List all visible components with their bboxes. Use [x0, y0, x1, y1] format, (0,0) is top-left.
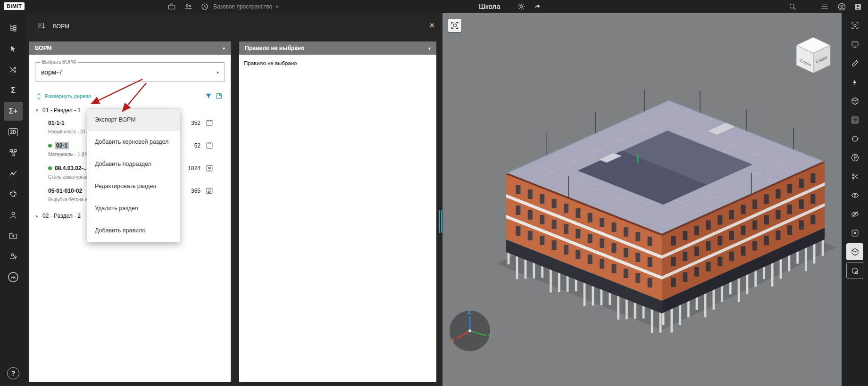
tree-root-label: 01 - Раздел - 1 — [42, 107, 81, 114]
sum-tool[interactable]: Σ — [4, 81, 23, 100]
menu-item-add-rule[interactable]: Добавить правило — [87, 220, 180, 242]
project-title: Школа — [479, 2, 501, 10]
triangle-down-icon: ▾ — [36, 108, 42, 113]
rule-panel-header[interactable]: Правило не выбрано ▾ — [239, 41, 436, 55]
rule-panel: Правило не выбрано ▾ Правило не выбрано — [239, 41, 436, 382]
3d-viewport[interactable]: Слева Сзади Z X Y — [442, 13, 842, 386]
left-toolbar: Σ Σ+ 2D ? — [0, 13, 26, 386]
workspace-select-value: Базовое пространство — [213, 3, 272, 10]
status-dot-green — [48, 144, 52, 148]
menu-item-edit-section[interactable]: Редактировать раздел — [87, 175, 180, 197]
vorm-panel-title: ВОРМ — [35, 45, 52, 51]
charts-tool[interactable] — [4, 164, 23, 183]
axis-z-label: Z — [468, 310, 471, 315]
2d-view-tool[interactable]: 2D — [4, 123, 23, 141]
history-icon[interactable] — [199, 2, 210, 11]
model-tree-tool[interactable] — [4, 19, 23, 38]
tree-root-label: 02 - Раздел - 2 — [42, 213, 81, 219]
triangle-right-icon: ▸ — [36, 214, 42, 218]
filter-icon[interactable] — [203, 91, 214, 101]
top-bar: BiMiT Базовое пространство ▾ Школа — [0, 0, 868, 13]
export-folder-tool[interactable] — [4, 226, 23, 245]
focus-mode-button[interactable] — [448, 19, 461, 32]
chevron-down-icon: ▾ — [428, 46, 431, 51]
vorm-panel: ВОРМ ▾ Выбрать ВОРМ ворм-7 ▾ Развернуть … — [29, 41, 231, 382]
account-icon[interactable] — [836, 2, 847, 11]
note-outline-icon[interactable] — [200, 142, 218, 149]
select-tool[interactable] — [4, 40, 23, 58]
unfold-icon — [36, 93, 42, 100]
expand-tree-link[interactable]: Развернуть дерево — [36, 93, 91, 100]
item-code: 02-1 — [55, 142, 69, 149]
profile-panel-icon[interactable] — [852, 2, 863, 11]
section-context-menu: Экспорт ВОРМ Добавить корневой раздел До… — [87, 108, 180, 242]
note-outline-icon[interactable] — [200, 119, 218, 127]
workspace-select[interactable]: Базовое пространство ▾ — [213, 3, 278, 10]
building-model[interactable] — [442, 13, 842, 386]
menu-item-add-root-section[interactable]: Добавить корневой раздел — [87, 131, 180, 153]
views-tool[interactable] — [846, 36, 863, 53]
menu-item-delete-section[interactable]: Удалить раздел — [87, 197, 180, 220]
projects-icon[interactable] — [166, 2, 177, 11]
note-filled-icon[interactable] — [200, 187, 218, 195]
item-code: 05-01-010-02 — [48, 188, 82, 194]
focus-frame-tool[interactable] — [846, 17, 863, 34]
tree-toolbar: Развернуть дерево — [36, 91, 224, 101]
relations-tool[interactable] — [4, 60, 23, 79]
item-code: 01-1-1 — [48, 120, 65, 126]
chevron-down-icon: ▾ — [217, 70, 219, 75]
help-button[interactable]: ? — [7, 367, 19, 379]
axis-y-label: Y — [488, 334, 492, 339]
settings-gear-icon[interactable] — [516, 2, 527, 11]
item-code: 08.4.03.02-... — [55, 165, 88, 172]
rule-panel-message: Правило не выбрано — [239, 55, 436, 72]
panel-menu-icon[interactable] — [37, 21, 46, 33]
chevron-down-icon: ▾ — [223, 46, 225, 51]
chevron-down-icon: ▾ — [276, 4, 278, 9]
grid-tool[interactable] — [846, 111, 863, 128]
vorm-panel-header[interactable]: ВОРМ ▾ — [29, 41, 231, 55]
team-icon[interactable] — [183, 2, 194, 11]
isolate-cube-tool[interactable] — [846, 243, 863, 260]
expand-tree-label: Развернуть дерево — [45, 93, 91, 99]
axis-gizmo[interactable]: Z X Y — [447, 308, 492, 353]
clip-cube-tool[interactable] — [846, 92, 863, 109]
panel-splitter-handle[interactable] — [439, 210, 442, 233]
users-tool[interactable] — [4, 205, 23, 224]
plugins-tool[interactable] — [4, 185, 23, 204]
structures-tool[interactable] — [4, 143, 23, 162]
gauge-tool[interactable] — [4, 268, 23, 287]
hide-tool[interactable] — [846, 205, 863, 222]
rule-panel-title: Правило не выбрано — [245, 45, 304, 51]
vorm-select-label: Выбрать ВОРМ — [40, 59, 78, 65]
measure-tool[interactable] — [846, 55, 863, 72]
2d-icon: 2D — [8, 128, 18, 136]
cut-plane-tool[interactable] — [846, 168, 863, 185]
note-filled-icon[interactable] — [200, 164, 218, 172]
vorm-select[interactable]: Выбрать ВОРМ ворм-7 ▾ — [35, 62, 225, 82]
close-icon[interactable]: ✕ — [429, 21, 435, 30]
vorm-select-value: ворм-7 — [41, 68, 62, 76]
target-tool[interactable] — [846, 130, 863, 147]
view-cube[interactable]: Слева Сзади — [792, 34, 835, 77]
sum-plus-tool[interactable]: Σ+ — [4, 102, 23, 121]
menu-item-add-subsection[interactable]: Добавить подраздел — [87, 153, 180, 175]
close-square-tool[interactable] — [846, 224, 863, 241]
axis-x-label: X — [451, 338, 454, 343]
model-settings-tool[interactable] — [846, 262, 863, 279]
menu-list-icon[interactable] — [819, 2, 830, 11]
panels-title: ВОРМ — [53, 23, 69, 30]
search-icon[interactable] — [787, 2, 798, 11]
parking-circle-tool[interactable] — [846, 149, 863, 166]
panels-header: ВОРМ ✕ — [26, 13, 442, 41]
app-logo: BiMiT — [4, 2, 25, 10]
panels-region: ВОРМ ✕ ВОРМ ▾ Выбрать ВОРМ ворм-7 ▾ Разв… — [26, 13, 442, 386]
section-tool[interactable] — [846, 74, 863, 90]
user-location-tool[interactable] — [4, 247, 23, 266]
menu-item-export-vorm[interactable]: Экспорт ВОРМ — [87, 109, 180, 131]
panel-toggle-icon[interactable] — [214, 91, 224, 101]
visibility-tool[interactable] — [846, 187, 863, 204]
application-window: BiMiT Базовое пространство ▾ Школа — [0, 0, 868, 386]
right-toolbar — [842, 13, 868, 386]
share-icon[interactable] — [532, 2, 543, 11]
